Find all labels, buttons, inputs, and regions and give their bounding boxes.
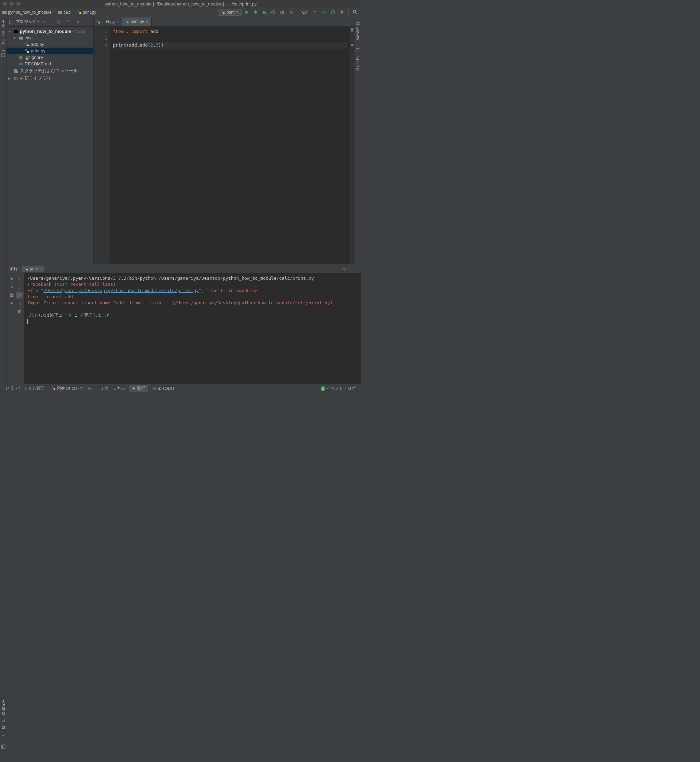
database-tab[interactable]: データベース <box>355 45 361 73</box>
editor: add.py × print.py × 1 2 3 from . <box>94 17 354 264</box>
file-link[interactable]: /Users/ganariya/Desktop/python_how_to_mo… <box>44 288 199 293</box>
up-button[interactable]: ↑ <box>16 275 23 282</box>
code-line[interactable]: from . import add <box>113 28 347 35</box>
trash-button[interactable] <box>16 308 23 315</box>
tab-label: add.py <box>102 19 115 24</box>
python-console-tab[interactable]: Python コンソール <box>48 385 94 392</box>
run-button[interactable] <box>243 9 250 16</box>
tree-scratch[interactable]: スクラッチおよびコンソール <box>7 67 94 75</box>
project-tool-tab[interactable]: 1: プロジェクト <box>0 19 6 59</box>
sciview-tab[interactable]: SciView <box>355 19 361 42</box>
panel-title: プロジェクト <box>16 19 41 25</box>
rerun-button[interactable] <box>8 275 15 282</box>
editor-tab-active[interactable]: print.py × <box>122 17 152 27</box>
vcs-tab[interactable]: 9: バージョン管理 <box>3 385 47 392</box>
run-tab[interactable]: 実行 <box>129 385 148 392</box>
svg-rect-9 <box>283 11 284 14</box>
coverage-button[interactable] <box>261 9 268 16</box>
tree-label: 外部ライブラリー <box>20 75 55 81</box>
git-revert-button[interactable] <box>338 9 345 16</box>
run-body: ↑ ↓ <box>7 273 361 384</box>
run-tab[interactable]: print × <box>22 266 44 272</box>
editor-body[interactable]: 1 2 3 from . import addprint(add.add(2,3… <box>94 27 354 264</box>
git-update-button[interactable] <box>311 9 319 16</box>
event-log[interactable]: 1 イベント・ログ <box>318 385 358 392</box>
svg-rect-18 <box>25 42 27 44</box>
tree-folder[interactable]: ▼ calc <box>7 34 94 41</box>
close-icon[interactable]: × <box>146 19 148 24</box>
tree-file[interactable]: add.py <box>7 41 94 48</box>
code-line[interactable]: print(add.add(2,3)) <box>113 42 347 49</box>
tree-root[interactable]: ▼ python_how_to_module ~/Deskt <box>7 28 94 34</box>
tree-label: README.md <box>25 61 51 66</box>
stop-button[interactable] <box>8 283 15 290</box>
terminal-tab[interactable]: ターミナル <box>96 385 128 392</box>
git-commit-button[interactable] <box>320 9 328 16</box>
down-button[interactable]: ↓ <box>16 283 23 290</box>
svg-rect-36 <box>358 23 359 25</box>
breadcrumb-item[interactable]: python_how_to_module <box>2 10 51 15</box>
minimize-window-icon[interactable] <box>9 2 14 6</box>
editor-stripe <box>350 27 354 264</box>
svg-point-16 <box>58 21 59 22</box>
profile-button[interactable] <box>270 9 277 16</box>
locate-button[interactable] <box>55 18 62 26</box>
editor-tabs: add.py × print.py × <box>94 17 354 27</box>
python-icon <box>24 267 28 271</box>
hide-button[interactable]: — <box>351 265 358 272</box>
tree-label: .gitignore <box>25 55 43 60</box>
concurrency-button[interactable] <box>278 9 286 16</box>
svg-rect-20 <box>25 49 27 51</box>
breadcrumb-item[interactable]: print.py <box>77 10 96 15</box>
line-number: 3 <box>94 42 107 49</box>
tree-file[interactable]: README.md <box>7 61 94 67</box>
close-icon[interactable]: × <box>116 19 119 25</box>
close-window-icon[interactable] <box>3 2 7 6</box>
search-button[interactable] <box>352 9 359 16</box>
run-config-label: print <box>227 10 234 15</box>
breadcrumb-label: python_how_to_module <box>8 10 51 15</box>
svg-point-5 <box>265 13 267 14</box>
maximize-window-icon[interactable] <box>16 2 20 6</box>
soft-wrap-button[interactable] <box>16 292 23 299</box>
svg-rect-49 <box>52 387 54 388</box>
console-error-line: ImportError: cannot import name 'add' fr… <box>27 300 358 306</box>
status-label: 6: TODO <box>158 386 174 391</box>
breadcrumb-item[interactable]: calc <box>58 10 70 15</box>
layout-button[interactable] <box>8 292 15 299</box>
code-area[interactable]: from . import addprint(add.add(2,3)) <box>110 27 350 264</box>
scroll-button[interactable] <box>16 300 23 307</box>
tree-libs[interactable]: ▶ 外部ライブラリー <box>7 75 94 82</box>
chevron-down-icon[interactable]: ▼ <box>42 20 45 23</box>
svg-rect-1 <box>80 13 81 14</box>
pin-button[interactable] <box>8 300 15 307</box>
chevron-right-icon: ▶ <box>8 77 12 80</box>
debug-button[interactable] <box>252 9 259 16</box>
todo-icon <box>152 386 156 391</box>
gear-icon[interactable] <box>74 18 82 26</box>
todo-tab[interactable]: 6: TODO <box>149 385 177 392</box>
console-output[interactable]: /Users/ganariya/.pyenv/versions/3.7.3/bi… <box>24 273 361 384</box>
python-icon <box>25 49 30 53</box>
hide-button[interactable]: — <box>84 18 91 26</box>
tree-label: calc <box>25 35 33 41</box>
git-history-button[interactable] <box>329 9 337 16</box>
run-config-selector[interactable]: print ▼ <box>218 9 242 16</box>
tree-file[interactable]: .gitignore <box>7 54 94 61</box>
svg-rect-21 <box>27 51 29 53</box>
file-icon <box>19 55 23 60</box>
markdown-icon <box>19 62 23 66</box>
breadcrumb-label: print.py <box>83 10 96 15</box>
tree-file-selected[interactable]: print.py <box>7 48 94 54</box>
svg-point-37 <box>356 48 359 49</box>
stop-button[interactable] <box>288 9 295 16</box>
code-line[interactable] <box>113 35 347 42</box>
expand-all-button[interactable] <box>65 18 72 26</box>
console-line: /Users/ganariya/.pyenv/versions/3.7.3/bi… <box>27 275 358 282</box>
svg-rect-27 <box>16 77 16 80</box>
svg-rect-22 <box>19 55 23 59</box>
close-icon[interactable]: × <box>39 266 42 271</box>
left-gutter: 1: プロジェクト <box>0 17 7 384</box>
gear-icon[interactable] <box>341 265 348 272</box>
editor-tab[interactable]: add.py × <box>94 17 122 27</box>
